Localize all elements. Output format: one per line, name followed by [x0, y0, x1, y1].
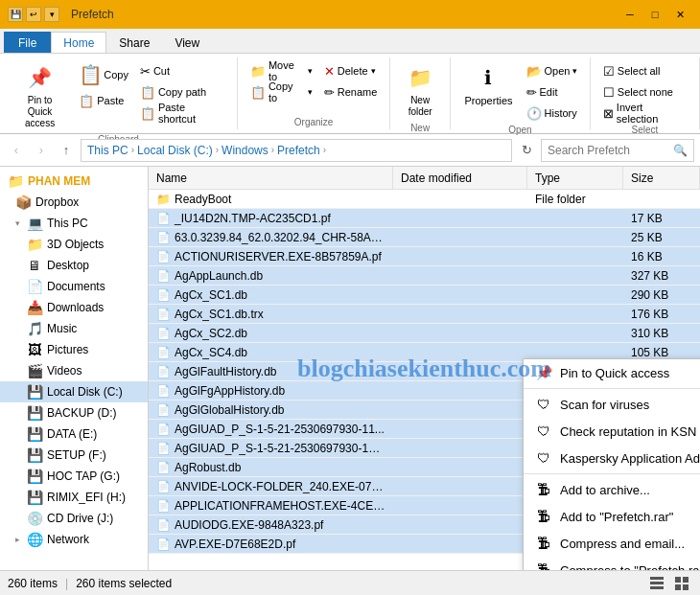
sidebar-item-data-e[interactable]: 💾 DATA (E:) [0, 423, 148, 445]
sidebar-item-local-disk-c[interactable]: 💾 Local Disk (C:) [0, 381, 148, 402]
col-header-date[interactable]: Date modified [393, 167, 527, 189]
history-button[interactable]: 🕐 History [522, 103, 583, 123]
delete-button[interactable]: ✕ Delete ▾ [319, 61, 383, 80]
history-label: History [545, 107, 577, 119]
ctx-add-to-prefetch-rar[interactable]: 🗜 Add to "Prefetch.rar" [524, 503, 700, 530]
move-to-label: Move to [268, 59, 305, 82]
properties-button[interactable]: ℹ Properties [457, 59, 519, 109]
ribbon-select-group: ☑ Select all ☐ Select none ⊠ Invert sele… [591, 57, 700, 129]
minimize-button[interactable]: ─ [618, 5, 642, 24]
ribbon-organize-group: 📁 Move to ▾ 📋 Copy to ▾ ✕ Delete ▾ ✏ [238, 57, 390, 129]
sidebar-item-videos[interactable]: 🎬 Videos [0, 360, 148, 381]
invert-selection-button[interactable]: ⊠ Invert selection [598, 103, 691, 123]
path-local-disk[interactable]: Local Disk (C:) [137, 144, 213, 157]
tab-view[interactable]: View [162, 32, 212, 53]
ctx-compress-email[interactable]: 🗜 Compress and email... [524, 530, 700, 557]
rimix-efi-h-label: RIMIX_EFI (H:) [47, 491, 126, 504]
sidebar-item-desktop[interactable]: 🖥 Desktop [0, 255, 148, 276]
tab-file[interactable]: File [4, 32, 51, 53]
sidebar-item-cd-drive-j[interactable]: 💿 CD Drive (J:) [0, 508, 148, 529]
select-none-button[interactable]: ☐ Select none [598, 82, 691, 102]
copy-icon: 📋 [79, 63, 102, 86]
col-header-name[interactable]: Name [149, 167, 393, 189]
dropdown-icon[interactable]: ▾ [44, 7, 59, 22]
sidebar-item-3d-objects[interactable]: 📁 3D Objects [0, 234, 148, 255]
open-button[interactable]: 📂 Open ▾ [522, 61, 583, 80]
tab-share[interactable]: Share [106, 32, 162, 53]
edit-label: Edit [540, 86, 558, 98]
table-row[interactable]: 📄AgCx_SC2.db 310 KB [149, 324, 700, 343]
back-button[interactable]: ‹ [6, 140, 27, 161]
col-header-size[interactable]: Size [623, 167, 700, 189]
move-to-button[interactable]: 📁 Move to ▾ [245, 61, 317, 80]
path-windows[interactable]: Windows [222, 144, 268, 157]
maximize-button[interactable]: □ [642, 5, 667, 24]
paste-icon: 📋 [79, 94, 94, 108]
copy-to-button[interactable]: 📋 Copy to ▾ [245, 82, 317, 102]
ctx-add-to-archive[interactable]: 🗜 Add to archive... [524, 476, 700, 503]
table-row[interactable]: 📁ReadyBoot File folder [149, 190, 700, 209]
check-ksn-icon: 🛡 [535, 423, 552, 440]
file-name: 📄AgGlFgAppHistory.db [149, 384, 393, 398]
refresh-button[interactable]: ↻ [516, 140, 537, 161]
sidebar-item-this-pc[interactable]: ▾ 💻 This PC [0, 213, 148, 234]
file-name: 📄AgRobust.db [149, 461, 393, 474]
undo-icon[interactable]: ↩ [26, 7, 41, 22]
search-box[interactable]: 🔍 [541, 139, 694, 162]
ctx-kaspersky-advisor[interactable]: 🛡 Kaspersky Application Advisor [524, 445, 700, 471]
ctx-compress-prefetch-email[interactable]: 🗜 Compress to "Prefetch.rar" and email [524, 557, 700, 570]
address-path[interactable]: This PC › Local Disk (C:) › Windows › Pr… [81, 139, 512, 162]
open-group-label: Open [508, 123, 531, 135]
new-folder-button[interactable]: 📁 New folder [398, 59, 442, 121]
view-large-icons-button[interactable] [671, 575, 692, 592]
copy-path-label: Copy path [158, 86, 206, 98]
copy-path-button[interactable]: 📋 Copy path [135, 82, 229, 102]
file-name: 📄AgGIUAD_P_S-1-5-21-2530697930-1120... [149, 442, 393, 455]
col-header-type[interactable]: Type [527, 167, 623, 189]
sidebar-item-downloads[interactable]: 📥 Downloads [0, 297, 148, 318]
select-buttons: ☑ Select all ☐ Select none ⊠ Invert sele… [598, 59, 691, 123]
table-row[interactable]: 📄AgCx_SC1.db 290 KB [149, 286, 700, 305]
cut-button[interactable]: ✂ Cut [135, 61, 229, 80]
table-row[interactable]: 📄63.0.3239.84_62.0.3202.94_CHR-58A2... 2… [149, 228, 700, 247]
sidebar-item-dropbox[interactable]: 📦 Dropbox [0, 192, 148, 213]
new-folder-label: New folder [408, 95, 432, 118]
sidebar-item-music[interactable]: 🎵 Music [0, 318, 148, 339]
ctx-compress-prefetch-email-label: Compress to "Prefetch.rar" and email [560, 563, 700, 571]
pin-to-quick-access-button[interactable]: 📌 Pin to Quickaccess [8, 59, 72, 132]
ctx-add-archive-label: Add to archive... [560, 483, 700, 497]
paste-button[interactable]: 📋 Paste [74, 91, 133, 110]
table-row[interactable]: 📄AgCx_SC1.db.trx 176 KB [149, 305, 700, 324]
sidebar-item-hoc-tap-g[interactable]: 💾 HOC TAP (G:) [0, 466, 148, 487]
3d-objects-label: 3D Objects [47, 238, 104, 251]
ctx-check-ksn[interactable]: 🛡 Check reputation in KSN [524, 418, 700, 445]
documents-label: Documents [47, 280, 105, 293]
table-row[interactable]: 📄_IU14D2N.TMP-AC235CD1.pf 17 KB [149, 209, 700, 228]
sidebar-item-phan-mem[interactable]: 📁 PHAN MEM [0, 171, 148, 192]
edit-button[interactable]: ✏ Edit [522, 82, 583, 102]
sidebar-item-pictures[interactable]: 🖼 Pictures [0, 339, 148, 360]
sidebar-item-rimix-efi-h[interactable]: 💾 RIMIX_EFI (H:) [0, 487, 148, 508]
paste-shortcut-button[interactable]: 📋 Paste shortcut [135, 103, 229, 123]
forward-button[interactable]: › [31, 140, 52, 161]
select-all-button[interactable]: ☑ Select all [598, 61, 691, 80]
path-prefetch[interactable]: Prefetch [277, 144, 320, 157]
sidebar-item-documents[interactable]: 📄 Documents [0, 276, 148, 297]
quick-save-icon[interactable]: 💾 [8, 7, 23, 22]
view-details-button[interactable] [646, 575, 667, 592]
ctx-scan-viruses[interactable]: 🛡 Scan for viruses [524, 391, 700, 418]
up-button[interactable]: ↑ [56, 140, 77, 161]
sidebar-item-network[interactable]: ▸ 🌐 Network [0, 529, 148, 550]
sidebar-item-setup-f[interactable]: 💾 SETUP (F:) [0, 445, 148, 466]
ctx-pin-to-quick-access[interactable]: 📌 Pin to Quick access [524, 359, 700, 386]
search-input[interactable] [548, 144, 669, 157]
copy-to-arrow: ▾ [308, 87, 313, 97]
sidebar-item-backup-d[interactable]: 💾 BACKUP (D:) [0, 402, 148, 423]
close-button[interactable]: ✕ [667, 5, 692, 24]
tab-home[interactable]: Home [51, 32, 106, 53]
rename-button[interactable]: ✏ Rename [319, 82, 383, 102]
table-row[interactable]: 📄ACTIONURISERVER.EXE-8B57859A.pf 16 KB [149, 247, 700, 266]
table-row[interactable]: 📄AgAppLaunch.db 327 KB [149, 266, 700, 286]
copy-button[interactable]: 📋 Copy [74, 59, 133, 90]
path-this-pc[interactable]: This PC [87, 144, 128, 157]
